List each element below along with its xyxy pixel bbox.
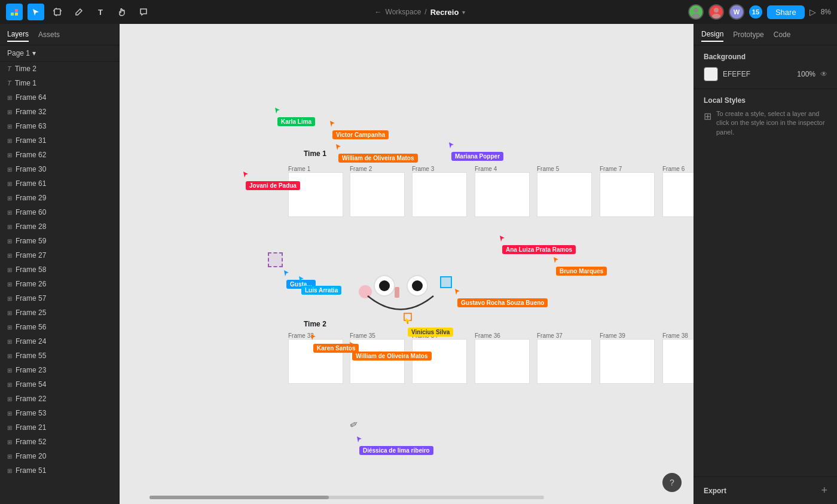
- tab-code[interactable]: Code: [774, 28, 791, 41]
- layer-item-frame-61[interactable]: ⊞Frame 61: [0, 176, 119, 191]
- local-styles-add-icon[interactable]: ⊞: [704, 111, 711, 122]
- layer-label: Frame 27: [16, 251, 46, 259]
- project-dropdown-icon[interactable]: ▾: [462, 9, 465, 16]
- tab-layers[interactable]: Layers: [7, 28, 29, 42]
- frame-box-34[interactable]: [412, 339, 467, 384]
- scrollbar-thumb[interactable]: [149, 496, 329, 499]
- workspace-label: Workspace: [386, 8, 421, 16]
- layer-item-frame-31[interactable]: ⊞Frame 31: [0, 133, 119, 148]
- play-button[interactable]: ▷: [809, 7, 816, 17]
- layer-item-frame-57[interactable]: ⊞Frame 57: [0, 291, 119, 306]
- frame-layer-icon: ⊞: [7, 353, 12, 359]
- local-styles-add: ⊞ To create a style, select a layer and …: [704, 109, 827, 137]
- bg-hex-value[interactable]: EFEFEF: [723, 70, 787, 78]
- layer-item-frame-63[interactable]: ⊞Frame 63: [0, 119, 119, 133]
- export-add-button[interactable]: +: [821, 484, 827, 497]
- bg-visibility-toggle[interactable]: 👁: [820, 70, 827, 78]
- cursor-william-1: William de Oliveira Matos: [335, 143, 418, 163]
- frame-box-38[interactable]: [662, 339, 694, 384]
- time1-label: Time 1: [304, 149, 326, 158]
- layer-item-time-2[interactable]: TTime 2: [0, 62, 119, 76]
- project-name[interactable]: Recreio: [430, 8, 459, 17]
- help-button[interactable]: ?: [662, 473, 682, 492]
- layer-label: Frame 31: [16, 136, 46, 145]
- frame-box-3[interactable]: [412, 172, 467, 217]
- layer-item-frame-55[interactable]: ⊞Frame 55: [0, 349, 119, 363]
- frame-label-37: Frame 37: [537, 332, 563, 339]
- tab-assets[interactable]: Assets: [38, 28, 60, 41]
- layer-item-frame-51[interactable]: ⊞Frame 51: [0, 463, 119, 478]
- zoom-level[interactable]: 8%: [821, 8, 831, 16]
- frame-layer-icon: ⊞: [7, 166, 12, 173]
- layer-item-frame-25[interactable]: ⊞Frame 25: [0, 306, 119, 320]
- hand-tool[interactable]: [114, 4, 130, 20]
- tab-prototype[interactable]: Prototype: [733, 28, 763, 41]
- layer-item-frame-53[interactable]: ⊞Frame 53: [0, 406, 119, 420]
- layer-item-frame-24[interactable]: ⊞Frame 24: [0, 334, 119, 349]
- layer-item-frame-28[interactable]: ⊞Frame 28: [0, 219, 119, 234]
- layer-item-frame-21[interactable]: ⊞Frame 21: [0, 420, 119, 435]
- bg-color-swatch[interactable]: [704, 67, 718, 81]
- canvas-area[interactable]: Time 1 Frame 1 Frame 2 Frame 3 Frame 4 F…: [120, 24, 694, 504]
- layer-item-frame-30[interactable]: ⊞Frame 30: [0, 162, 119, 176]
- frame-box-6[interactable]: [662, 172, 694, 217]
- layer-label: Frame 54: [16, 380, 46, 389]
- layer-label: Frame 22: [16, 395, 46, 403]
- layer-item-frame-59[interactable]: ⊞Frame 59: [0, 234, 119, 248]
- layer-item-frame-20[interactable]: ⊞Frame 20: [0, 449, 119, 463]
- layer-label: Frame 61: [16, 179, 46, 188]
- frame-box-1[interactable]: [288, 172, 343, 217]
- layer-item-frame-26[interactable]: ⊞Frame 26: [0, 277, 119, 291]
- frame-label-39: Frame 39: [600, 332, 625, 339]
- share-button[interactable]: Share: [767, 5, 805, 19]
- layer-item-frame-62[interactable]: ⊞Frame 62: [0, 148, 119, 162]
- frame-layer-icon: ⊞: [7, 181, 12, 187]
- local-styles-description: To create a style, select a layer and cl…: [716, 109, 827, 137]
- select-tool[interactable]: [28, 4, 44, 20]
- frame-tool[interactable]: [49, 4, 66, 20]
- text-tool[interactable]: T: [92, 4, 109, 20]
- topbar-right: W 15 Share ▷ 8%: [688, 4, 831, 20]
- frame-layer-icon: ⊞: [7, 396, 12, 402]
- layer-item-frame-54[interactable]: ⊞Frame 54: [0, 377, 119, 392]
- frame-box-35[interactable]: [350, 339, 405, 384]
- frame-box-4[interactable]: [475, 172, 530, 217]
- users-badge: 15: [749, 5, 762, 19]
- layer-item-frame-22[interactable]: ⊞Frame 22: [0, 392, 119, 406]
- frame-layer-icon: ⊞: [7, 152, 12, 158]
- layer-label: Frame 64: [16, 93, 46, 102]
- frame-box-7[interactable]: [600, 172, 655, 217]
- layer-item-frame-29[interactable]: ⊞Frame 29: [0, 191, 119, 205]
- bg-opacity-value[interactable]: 100%: [792, 70, 815, 78]
- tab-design[interactable]: Design: [701, 28, 723, 42]
- cursor-mariana-popper: Mariana Popper: [448, 141, 503, 161]
- comment-tool[interactable]: [135, 4, 152, 20]
- layer-item-frame-56[interactable]: ⊞Frame 56: [0, 320, 119, 334]
- page-selector[interactable]: Page 1 ▾: [0, 45, 119, 62]
- layer-item-frame-64[interactable]: ⊞Frame 64: [0, 90, 119, 105]
- frame-box-2[interactable]: [350, 172, 405, 217]
- layer-item-frame-23[interactable]: ⊞Frame 23: [0, 363, 119, 377]
- frame-layer-icon: ⊞: [7, 439, 12, 445]
- frame-layer-icon: ⊞: [7, 453, 12, 460]
- frame-box-36[interactable]: [475, 339, 530, 384]
- layer-item-frame-32[interactable]: ⊞Frame 32: [0, 105, 119, 119]
- frame-box-33[interactable]: [288, 339, 343, 384]
- frame-label-4: Frame 4: [475, 166, 497, 172]
- layer-item-frame-52[interactable]: ⊞Frame 52: [0, 435, 119, 449]
- layer-item-time-1[interactable]: TTime 1: [0, 76, 119, 90]
- right-sidebar: Design Prototype Code Background EFEFEF …: [694, 24, 837, 504]
- layer-label: Frame 59: [16, 237, 46, 245]
- design-tabs: Design Prototype Code: [694, 24, 837, 45]
- frame-box-5[interactable]: [537, 172, 592, 217]
- frame-box-37[interactable]: [537, 339, 592, 384]
- frame-label-1: Frame 1: [288, 166, 310, 172]
- menu-button[interactable]: [6, 4, 23, 20]
- canvas-scrollbar[interactable]: [149, 496, 544, 499]
- pen-tool[interactable]: [71, 4, 87, 20]
- layer-item-frame-27[interactable]: ⊞Frame 27: [0, 248, 119, 262]
- frame-box-39[interactable]: [600, 339, 655, 384]
- layer-item-frame-60[interactable]: ⊞Frame 60: [0, 205, 119, 219]
- layer-item-frame-58[interactable]: ⊞Frame 58: [0, 262, 119, 277]
- topbar-left: T: [6, 4, 152, 20]
